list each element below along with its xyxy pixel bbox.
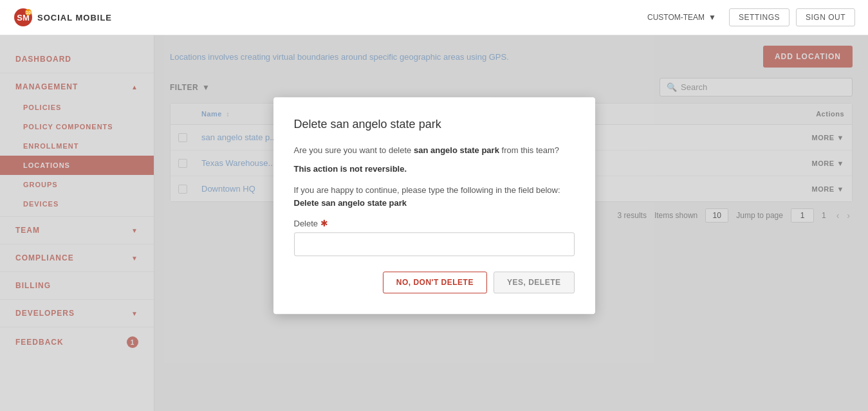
modal-confirm-text: Are you sure you want to delete san ange…	[294, 144, 575, 157]
confirm-suffix: from this team?	[499, 145, 559, 155]
team-label: CUSTOM-TEAM	[647, 13, 705, 22]
logo: SM 10 SOCIAL MOBILE	[13, 7, 112, 28]
modal-actions: NO, DON'T DELETE YES, DELETE	[294, 271, 575, 293]
delete-confirm-input[interactable]	[294, 232, 575, 256]
confirm-name: san angelo state park	[414, 145, 499, 155]
svg-text:10: 10	[26, 10, 31, 15]
chevron-down-icon: ▼	[708, 13, 716, 22]
delete-label: Delete	[294, 219, 319, 228]
logo-text: SOCIAL MOBILE	[37, 13, 112, 23]
modal-title: Delete san angelo state park	[294, 118, 575, 131]
instruction-bold: Delete san angelo state park	[294, 198, 407, 208]
confirm-prefix: Are you sure you want to delete	[294, 145, 414, 155]
instruction-text: If you are happy to continue, please typ…	[294, 185, 560, 195]
logo-icon: SM 10	[13, 7, 33, 28]
required-indicator: ✱	[320, 218, 328, 228]
signout-button[interactable]: SIGN OUT	[796, 8, 855, 26]
modal-warning: This action is not reversible.	[294, 164, 575, 174]
modal-instruction: If you are happy to continue, please typ…	[294, 184, 575, 209]
team-selector[interactable]: CUSTOM-TEAM ▼	[641, 9, 723, 26]
cancel-delete-button[interactable]: NO, DON'T DELETE	[383, 271, 487, 293]
delete-modal: Delete san angelo state park Are you sur…	[273, 97, 595, 315]
confirm-delete-button[interactable]: YES, DELETE	[494, 271, 575, 293]
header-right: CUSTOM-TEAM ▼ SETTINGS SIGN OUT	[641, 8, 855, 26]
modal-field-label: Delete ✱	[294, 218, 575, 228]
app-header: SM 10 SOCIAL MOBILE CUSTOM-TEAM ▼ SETTIN…	[0, 0, 868, 35]
settings-button[interactable]: SETTINGS	[729, 8, 790, 26]
